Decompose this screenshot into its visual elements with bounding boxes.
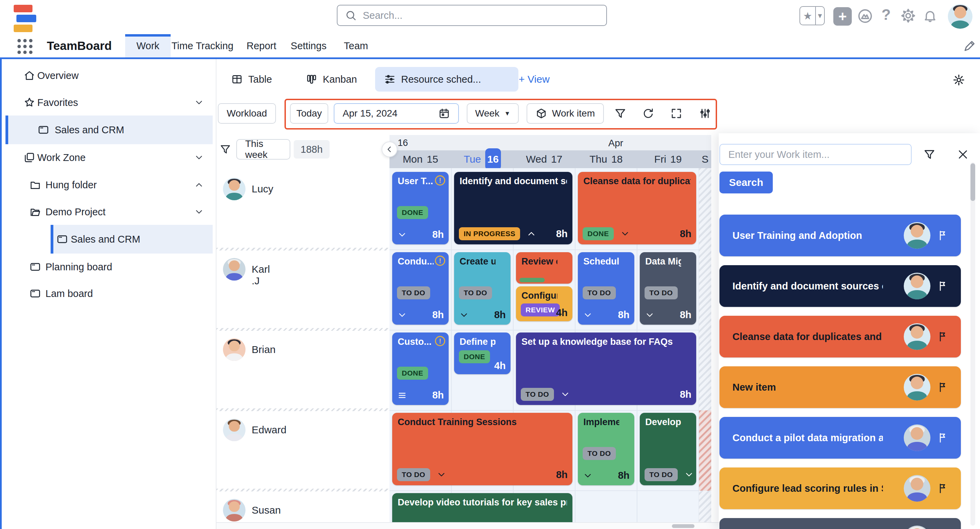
apps-grid-icon[interactable] — [18, 39, 32, 54]
sync-icon-button[interactable] — [638, 103, 659, 124]
task-card[interactable]: User T...!DONE8h — [392, 172, 449, 244]
task-card[interactable]: Identify and document sou...IN PROGRESS8… — [454, 172, 573, 244]
nav-item-work[interactable]: Work — [125, 34, 171, 57]
display-settings-icon-button[interactable] — [695, 103, 715, 124]
task-card[interactable]: Review exi... — [516, 252, 573, 284]
task-card[interactable]: Create use...TO DO8h — [454, 252, 511, 325]
edit-pencil-icon[interactable] — [963, 40, 976, 52]
task-card[interactable]: Develop migratioTO DO — [640, 413, 696, 485]
chevron-down-icon[interactable] — [194, 153, 204, 163]
flag-icon[interactable] — [937, 230, 948, 241]
range-select[interactable]: Week ▼ — [467, 103, 519, 124]
status-badge: TO DO — [459, 286, 492, 299]
chevron-up-icon[interactable] — [194, 180, 204, 190]
date-picker[interactable]: Apr 15, 2024 — [334, 103, 459, 124]
view-settings-gear-icon[interactable] — [952, 73, 966, 87]
horizontal-scrollbar[interactable] — [216, 522, 719, 529]
user-avatar[interactable] — [948, 4, 972, 30]
panel-search-button[interactable]: Search — [719, 172, 773, 194]
chevron-down-icon[interactable] — [620, 229, 630, 239]
sidebar-item-lam-board[interactable]: Lam board — [2, 279, 216, 308]
nav-item-team[interactable]: Team — [337, 34, 375, 57]
hscroll-thumb[interactable] — [672, 524, 694, 528]
sidebar-item-hung-folder[interactable]: Hung folder — [2, 170, 216, 199]
task-card[interactable]: Set up a knowledge base for FAQsTO DO8h — [516, 332, 696, 405]
product-peak-icon[interactable] — [857, 8, 873, 24]
nav-item-report[interactable]: Report — [242, 34, 281, 57]
week-filter-button[interactable]: This week — [236, 139, 290, 160]
chevron-down-icon[interactable] — [459, 310, 469, 320]
collapse-names-button[interactable] — [382, 141, 397, 157]
workload-button[interactable]: Workload — [218, 103, 276, 124]
nav-item-settings[interactable]: Settings — [285, 34, 333, 57]
panel-work-item[interactable]: Conduct a pilot data migration and va... — [719, 417, 961, 459]
chevron-down-icon[interactable] — [560, 389, 570, 399]
chevron-down-icon[interactable] — [583, 310, 593, 320]
panel-work-item[interactable]: New item — [719, 366, 961, 408]
menu-icon[interactable] — [397, 390, 407, 400]
tab-table[interactable]: Table — [222, 67, 295, 92]
task-card[interactable]: Configure l...REVIEW4h — [516, 286, 573, 321]
panel-item-title: Identify and document sources of exi... — [732, 281, 883, 292]
global-search[interactable] — [337, 5, 607, 26]
flag-icon[interactable] — [937, 432, 948, 443]
panel-scrollbar-thumb[interactable] — [970, 164, 975, 201]
sidebar-item-work-zone[interactable]: Work Zone — [2, 143, 216, 172]
flag-icon[interactable] — [937, 381, 948, 393]
today-button[interactable]: Today — [290, 103, 328, 124]
sidebar-item-demo-project[interactable]: Demo Project — [2, 197, 216, 226]
chevron-down-icon[interactable] — [194, 207, 204, 217]
create-button[interactable]: + — [833, 7, 852, 25]
flag-icon[interactable] — [937, 280, 948, 292]
panel-close-icon[interactable] — [957, 148, 969, 160]
flag-icon[interactable] — [937, 483, 948, 494]
panel-work-item[interactable]: User Training and Adoption — [719, 214, 961, 256]
favorite-split-button[interactable]: ★ ▼ — [799, 6, 825, 25]
notifications-bell-icon[interactable] — [923, 8, 938, 23]
tab-resource-sched-[interactable]: Resource sched... — [375, 67, 519, 92]
schedule-filter-icon[interactable] — [220, 143, 231, 155]
week-number: 16 — [398, 138, 408, 148]
task-card[interactable]: Custo...!DONE8h — [392, 332, 449, 405]
task-card[interactable]: Schedule r...TO DO8h — [578, 252, 634, 325]
flag-icon[interactable] — [937, 331, 948, 342]
task-card[interactable]: Condu...!TO DO8h — [392, 252, 449, 325]
task-title: Implement ... — [583, 417, 619, 427]
today-date-badge: 16 — [485, 148, 501, 170]
chevron-up-icon[interactable] — [526, 229, 536, 239]
sidebar-item-label: Overview — [37, 70, 79, 81]
panel-work-item[interactable]: Configure lead scoring rules in Salesf..… — [719, 467, 961, 509]
global-search-input[interactable] — [362, 10, 599, 22]
sidebar-item-overview[interactable]: Overview — [2, 61, 216, 90]
chevron-down-icon[interactable] — [436, 470, 447, 480]
panel-filter-icon[interactable] — [923, 148, 935, 160]
task-card[interactable]: Conduct Training SessionsTO DO8h — [392, 413, 573, 485]
panel-work-item[interactable]: Cleanse data for duplicates and inacc... — [719, 316, 961, 357]
sidebar-item-favorites[interactable]: Favorites — [2, 88, 216, 117]
sidebar-item-sales-and-crm[interactable]: Sales and CRM — [5, 116, 213, 144]
nav-item-time-tracking[interactable]: Time Tracking — [167, 34, 238, 57]
chevron-down-icon[interactable] — [194, 97, 204, 108]
panel-scrollbar-track[interactable] — [970, 162, 975, 526]
chevron-down-icon[interactable] — [644, 310, 655, 320]
panel-work-item[interactable]: Identify and document sources of exi... — [719, 265, 961, 307]
chevron-down-icon[interactable] — [397, 230, 407, 240]
sidebar-item-sales-and-crm[interactable]: Sales and CRM — [51, 225, 213, 254]
chevron-down-icon[interactable] — [684, 470, 694, 480]
sidebar-item-planning-board[interactable]: Planning board — [2, 253, 216, 281]
task-card[interactable]: Cleanse data for duplicate...DONE8h — [578, 172, 696, 244]
task-card[interactable]: Define proj...DONE4h — [454, 332, 511, 374]
add-view-button[interactable]: + View — [519, 67, 549, 92]
work-item-button[interactable]: Work item — [527, 103, 604, 124]
panel-work-item[interactable] — [719, 518, 961, 529]
chevron-down-icon[interactable] — [583, 470, 593, 481]
help-icon[interactable]: ? — [881, 6, 891, 23]
tab-kanban[interactable]: Kanban — [297, 67, 378, 92]
fullscreen-icon-button[interactable] — [666, 103, 687, 124]
work-item-search-input[interactable] — [719, 144, 912, 165]
task-card[interactable]: Implement ...TO DO8h — [578, 413, 634, 485]
filter-icon-button[interactable] — [610, 103, 630, 124]
task-card[interactable]: Data Migra...TO DO8h — [640, 252, 696, 325]
chevron-down-icon[interactable] — [397, 310, 407, 320]
settings-gear-icon[interactable] — [900, 8, 916, 24]
